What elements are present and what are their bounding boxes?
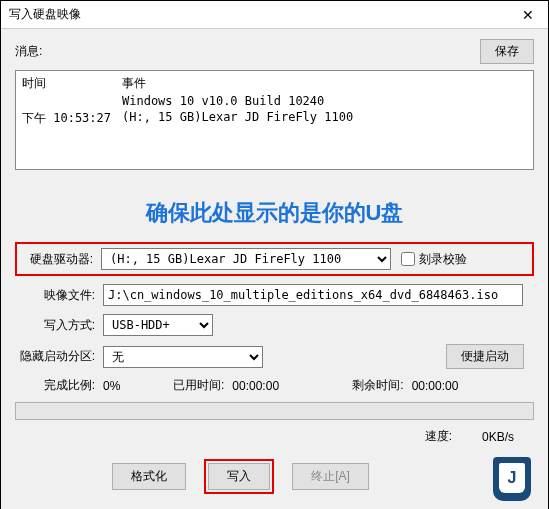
info-row: 消息: 保存: [15, 39, 534, 64]
image-row: 映像文件:: [15, 284, 534, 306]
speed-row: 速度: 0KB/s: [15, 428, 534, 445]
log-row: Windows 10 v10.0 Build 10240: [22, 94, 527, 108]
remain-value: 00:00:00: [412, 379, 459, 393]
log-header: 时间 事件: [22, 75, 527, 92]
close-button[interactable]: ✕: [508, 1, 548, 29]
progress-value: 0%: [103, 379, 173, 393]
write-mode-label: 写入方式:: [15, 317, 95, 334]
write-highlight-box: 写入: [204, 459, 274, 494]
info-label: 消息:: [15, 43, 42, 60]
log-header-time: 时间: [22, 75, 122, 92]
speed-label: 速度:: [425, 428, 452, 445]
hidden-label: 隐藏启动分区:: [15, 348, 95, 365]
format-button[interactable]: 格式化: [112, 463, 186, 490]
remain-label: 剩余时间:: [352, 377, 403, 394]
window-title: 写入硬盘映像: [9, 6, 81, 23]
shield-icon: J: [493, 457, 531, 501]
write-mode-row: 写入方式: USB-HDD+: [15, 314, 534, 336]
close-icon: ✕: [522, 7, 534, 23]
log-row: 下午 10:53:27 (H:, 15 GB)Lexar JD FireFly …: [22, 110, 527, 127]
verify-checkbox[interactable]: [401, 252, 415, 266]
hidden-row: 隐藏启动分区: 无 便捷启动: [15, 344, 534, 369]
button-row: 格式化 写入 终止[A] 返: [15, 459, 534, 498]
progress-bar: [15, 402, 534, 420]
progress-label: 完成比例:: [15, 377, 95, 394]
hidden-select[interactable]: 无: [103, 346, 263, 368]
image-input[interactable]: [103, 284, 523, 306]
image-label: 映像文件:: [15, 287, 95, 304]
log-header-event: 事件: [122, 75, 146, 92]
drive-select[interactable]: (H:, 15 GB)Lexar JD FireFly 1100: [101, 248, 391, 270]
write-mode-select[interactable]: USB-HDD+: [103, 314, 213, 336]
elapsed-label: 已用时间:: [173, 377, 224, 394]
verify-checkbox-wrap[interactable]: 刻录校验: [401, 251, 467, 268]
watermark-logo: J: [493, 457, 541, 505]
log-box[interactable]: 时间 事件 Windows 10 v10.0 Build 10240 下午 10…: [15, 70, 534, 170]
drive-highlight-box: 硬盘驱动器: (H:, 15 GB)Lexar JD FireFly 1100 …: [15, 242, 534, 276]
titlebar: 写入硬盘映像 ✕: [1, 1, 548, 29]
log-time: [22, 94, 122, 108]
dialog-window: 写入硬盘映像 ✕ 消息: 保存 时间 事件 Windows 10 v10.0 B…: [0, 0, 549, 509]
verify-label: 刻录校验: [419, 251, 467, 268]
write-button[interactable]: 写入: [208, 463, 270, 490]
easy-boot-button[interactable]: 便捷启动: [446, 344, 524, 369]
progress-row: 完成比例: 0% 已用时间: 00:00:00 剩余时间: 00:00:00: [15, 377, 534, 394]
annotation-text: 确保此处显示的是你的U盘: [15, 198, 534, 228]
save-button[interactable]: 保存: [480, 39, 534, 64]
log-event: Windows 10 v10.0 Build 10240: [122, 94, 324, 108]
log-event: (H:, 15 GB)Lexar JD FireFly 1100: [122, 110, 353, 127]
shield-letter: J: [499, 463, 525, 493]
elapsed-value: 00:00:00: [232, 379, 352, 393]
speed-value: 0KB/s: [482, 430, 514, 444]
log-time: 下午 10:53:27: [22, 110, 122, 127]
drive-label: 硬盘驱动器:: [21, 251, 93, 268]
abort-button: 终止[A]: [292, 463, 369, 490]
content-area: 消息: 保存 时间 事件 Windows 10 v10.0 Build 1024…: [1, 29, 548, 509]
